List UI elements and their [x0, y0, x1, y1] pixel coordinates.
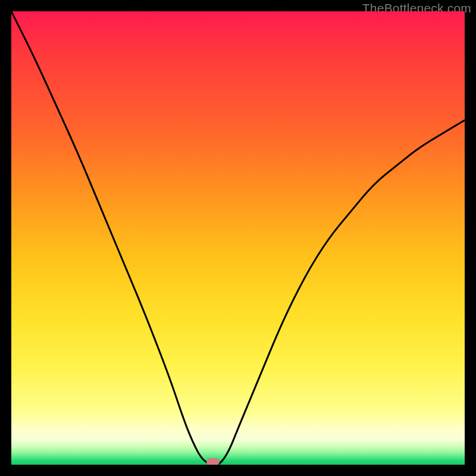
plot-area [11, 11, 465, 465]
bottleneck-curve [11, 11, 465, 465]
minimum-marker [206, 458, 220, 465]
chart-frame: TheBottleneck.com [0, 0, 476, 476]
